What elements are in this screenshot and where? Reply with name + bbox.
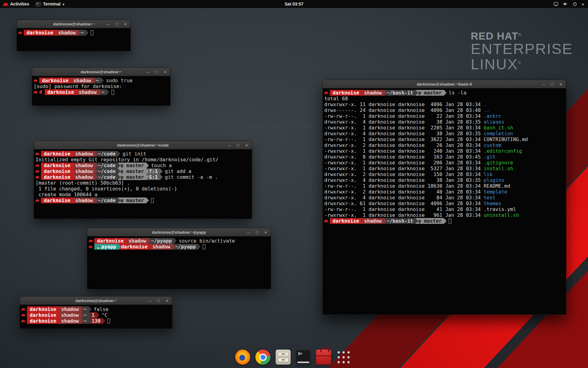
prompt-path: ~/code <box>95 174 121 180</box>
prompt-user: darknoise <box>39 78 74 83</box>
terminal-window-4: darknoise@shadow:~/pyapp darknoise shado… <box>87 228 271 289</box>
file-name: install.sh <box>484 166 513 171</box>
prompt-user: darknoise <box>41 197 75 203</box>
toolbox-icon[interactable] <box>316 350 331 365</box>
prompt-user: darknoise <box>94 238 129 244</box>
file-name: lib <box>484 171 492 177</box>
prompt-line: # darknoise shadow ~ <box>34 89 170 95</box>
ls-row: -rwxrwxr-x. 1 darknoise darknoise 961 Ja… <box>324 212 565 218</box>
prompt-user: darknoise <box>41 168 75 174</box>
ls-meta: -rw-rw-r--. 1 darknoise darknoise 3622 J… <box>324 136 484 142</box>
terminal-content[interactable]: darknoise shadow ~/code git init Initial… <box>34 149 252 205</box>
terminal-window-2: darknoise@shadow:~ darknoise shadow ~ su… <box>32 67 171 106</box>
prompt-virtualenv: pyapp <box>94 244 121 250</box>
prompt-user: darknoise <box>41 151 75 157</box>
close-button[interactable] <box>163 70 167 74</box>
titlebar[interactable]: darknoise@shadow:~ <box>17 20 130 28</box>
ls-meta: drwxrwxr-x. 4 darknoise darknoise 38 Jan… <box>324 177 484 183</box>
command-text: touch a <box>146 163 172 168</box>
ls-meta: drwxrwxr-x. 8 darknoise darknoise 163 Ja… <box>324 154 484 160</box>
dock <box>235 350 351 365</box>
system-status-area[interactable] <box>553 0 588 8</box>
output-line: total 68 <box>324 96 565 102</box>
output-line: Initialized empty Git repository in /hom… <box>36 157 251 163</box>
root-indicator: # <box>39 89 45 95</box>
terminal-launcher-icon[interactable] <box>296 350 311 365</box>
terminal-content[interactable]: darknoise shadow ~ <box>17 28 130 37</box>
command-text: false <box>89 306 108 312</box>
fedora-icon <box>324 92 330 94</box>
ls-meta: -rwxrwxr-x. 1 darknoise darknoise 2205 J… <box>324 125 484 131</box>
prompt-path: ~/bash-it <box>384 90 418 96</box>
close-button[interactable] <box>123 22 127 26</box>
prompt-path: ~/pyapp <box>172 244 201 250</box>
command-text: git commit -a -m . <box>160 174 218 180</box>
file-name: completion <box>484 131 513 136</box>
ls-meta: -rwxrwxr-x. 1 darknoise darknoise 240 Ja… <box>324 148 484 154</box>
terminal-content[interactable]: darknoise shadow ~/pyapp source bin/acti… <box>87 236 271 251</box>
prompt-line: darknoise shadow ~ <box>18 30 130 36</box>
minimize-button[interactable] <box>106 22 110 26</box>
prompt-path: ~/code <box>95 163 121 168</box>
ls-row: -rwxrwxr-x. 1 darknoise darknoise 5327 J… <box>324 166 565 171</box>
prompt-host: shadow <box>73 151 98 157</box>
ls-row: drwxrwxr-x. 4 darknoise darknoise 84 Jan… <box>324 195 565 201</box>
output-line: [master (root-commit) 50bcb63] . <box>36 180 251 186</box>
fedora-icon <box>89 246 94 248</box>
files-icon[interactable] <box>276 350 291 365</box>
window-title: darknoise@shadow:~/pyapp <box>152 230 206 235</box>
fedora-icon <box>34 79 39 82</box>
window-title: darknoise@shadow:~ <box>53 22 94 26</box>
power-icon <box>572 2 577 6</box>
prompt-line: darknoise shadow ~/code master touch a <box>36 163 251 168</box>
maximize-button[interactable] <box>155 70 159 74</box>
ls-meta: drwx------. 24 darknoise darknoise 4096 … <box>324 107 484 113</box>
ls-meta: drwxrwxr-x. 4 darknoise darknoise 38 Jan… <box>324 131 484 136</box>
app-menu-terminal[interactable]: Terminal <box>32 0 68 8</box>
close-button[interactable] <box>559 82 563 86</box>
prompt-line: darknoise shadow ~/bash-it master ls -la <box>324 90 565 96</box>
clock[interactable]: Sat 03:57 <box>285 2 303 6</box>
close-button[interactable] <box>245 143 249 148</box>
maximize-button[interactable] <box>236 143 240 147</box>
titlebar[interactable]: darknoise@shadow:~/pyapp <box>87 228 271 236</box>
terminal-content[interactable]: darknoise shadow ~ sudo true [sudo] pass… <box>32 76 170 96</box>
titlebar[interactable]: darknoise@shadow:~ <box>32 68 170 76</box>
prompt-user: darknoise <box>118 244 153 250</box>
fedora-icon <box>21 314 27 316</box>
prompt-host: shadow <box>58 318 84 324</box>
minimize-button[interactable] <box>542 82 546 86</box>
ls-meta: drwxrwxr-x. 2 darknoise darknoise 150 Ja… <box>324 171 484 177</box>
chrome-icon[interactable] <box>255 350 270 365</box>
terminal-content[interactable]: darknoise shadow ~ false darknoise shado… <box>20 305 172 325</box>
maximize-button[interactable] <box>156 299 160 303</box>
prompt-path: ~/code <box>95 151 121 157</box>
prompt-path: ~/code <box>95 168 121 174</box>
activities-button[interactable]: Activities <box>0 0 32 8</box>
ls-meta: drwxrwxr-x. 4 darknoise darknoise 38 Jan… <box>324 119 484 125</box>
maximize-button[interactable] <box>115 22 119 26</box>
prompt-user: darknoise <box>27 312 61 318</box>
minimize-button[interactable] <box>228 143 232 147</box>
minimize-button[interactable] <box>247 230 251 234</box>
minimize-button[interactable] <box>146 70 150 74</box>
titlebar[interactable]: darknoise@shadow:~/code <box>34 141 252 149</box>
maximize-button[interactable] <box>550 82 554 86</box>
maximize-button[interactable] <box>255 230 259 234</box>
app-grid-icon[interactable] <box>336 350 351 364</box>
close-button[interactable] <box>264 230 268 235</box>
prompt-line: pyapp darknoise shadow ~/pyapp <box>89 244 270 250</box>
close-button[interactable] <box>165 298 169 303</box>
minimize-button[interactable] <box>148 299 152 303</box>
terminal-cursor <box>203 244 205 249</box>
firefox-icon[interactable] <box>235 350 250 365</box>
titlebar[interactable]: darknoise@shadow:~ <box>20 297 172 305</box>
prompt-user: darknoise <box>27 306 61 312</box>
ls-row: drwxrwxr-x. 61 darknoise darknoise 4096 … <box>324 201 565 206</box>
ls-row: drwxrwxr-x. 8 darknoise darknoise 163 Ja… <box>324 154 565 160</box>
titlebar[interactable]: darknoise@shadow:~/bash-it <box>323 80 566 88</box>
output-line: [sudo] password for darknoise: <box>34 83 170 89</box>
fedora-icon <box>36 176 41 178</box>
terminal-content[interactable]: darknoise shadow ~/bash-it master ls -la… <box>323 88 566 225</box>
prompt-host: shadow <box>361 218 387 224</box>
